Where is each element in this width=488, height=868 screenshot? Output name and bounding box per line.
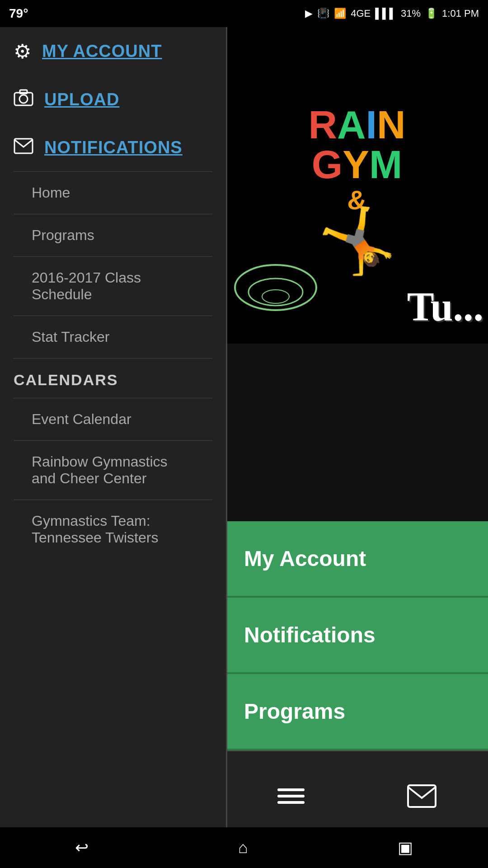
stat-tracker-label: Stat Tracker [32, 329, 110, 345]
network-icon: 4GE [351, 8, 371, 19]
envelope-nav-icon [14, 136, 33, 159]
hamburger-line-1 [277, 788, 305, 791]
sidebar-item-notifications[interactable]: NOTIFICATIONS [0, 123, 226, 171]
right-panel: RAIN GYM & 🤸 Tu... [226, 27, 488, 841]
gymnastics-team-label: Gymnastics Team: Tennessee Twisters [32, 513, 158, 546]
android-nav-bar: ↩ ⌂ ▣ [0, 827, 488, 868]
home-label: Home [32, 184, 70, 201]
svg-rect-2 [20, 90, 27, 94]
programs-button[interactable]: Programs [226, 674, 488, 750]
hamburger-line-2 [277, 795, 305, 797]
programs-btn-label: Programs [244, 699, 345, 723]
sidebar-item-upload[interactable]: UPLOAD [0, 75, 226, 123]
hamburger-line-3 [277, 801, 305, 804]
svg-rect-3 [14, 139, 33, 153]
svg-point-5 [249, 278, 303, 306]
svg-point-1 [19, 95, 28, 103]
rainbow-gym-label: Rainbow Gymnastics and Cheer Center [32, 453, 168, 486]
sidebar-item-rainbow-gym[interactable]: Rainbow Gymnastics and Cheer Center [0, 441, 226, 500]
status-bar: 79° ▶ 📳 📶 4GE ▌▌▌ 31% 🔋 1:01 PM [0, 0, 488, 27]
sidebar-item-class-schedule[interactable]: 2016-2017 Class Schedule [0, 257, 226, 316]
envelope-svg [407, 784, 436, 808]
gear-icon: ⚙ [14, 40, 31, 63]
notifications-label: NOTIFICATIONS [44, 138, 183, 157]
sidebar: ⚙ MY ACCOUNT UPLOAD NOTIFICATIO [0, 27, 226, 841]
sidebar-item-event-calendar[interactable]: Event Calendar [0, 398, 226, 440]
sidebar-item-gymnastics-team[interactable]: Gymnastics Team: Tennessee Twisters [0, 500, 226, 559]
upload-label: UPLOAD [44, 90, 119, 109]
notifications-btn-label: Notifications [244, 623, 375, 647]
vibrate-icon: 📳 [317, 8, 329, 19]
event-calendar-label: Event Calendar [32, 411, 131, 427]
recents-button[interactable]: ▣ [398, 838, 413, 857]
signal-bars: ▌▌▌ [375, 8, 396, 19]
sidebar-item-programs[interactable]: Programs [0, 214, 226, 256]
sidebar-item-my-account[interactable]: ⚙ MY ACCOUNT [0, 27, 226, 75]
panel-divider [226, 27, 227, 827]
calendars-title: CALENDARS [14, 371, 118, 388]
wifi-icon: 📶 [334, 8, 346, 19]
my-account-label: MY ACCOUNT [42, 42, 162, 61]
my-account-button[interactable]: My Account [226, 521, 488, 598]
temperature: 79° [9, 6, 28, 21]
camera-icon [14, 88, 33, 111]
home-button[interactable]: ⌂ [238, 838, 248, 857]
gymnast-figure: 🤸 [318, 216, 397, 266]
clock: 1:01 PM [442, 8, 479, 19]
twisters-text: Tu... [407, 283, 483, 330]
battery-icon: 🔋 [425, 8, 437, 19]
bluetooth-icon: ▶ [305, 8, 313, 19]
svg-point-6 [262, 290, 289, 303]
action-buttons: My Account Notifications Programs [226, 521, 488, 750]
my-account-btn-label: My Account [244, 547, 366, 571]
programs-label: Programs [32, 227, 94, 243]
gym-logo-area: RAIN GYM & 🤸 Tu... [226, 27, 488, 344]
svg-rect-7 [408, 785, 436, 807]
hamburger-menu-icon[interactable] [277, 788, 305, 804]
swirl-decoration [230, 251, 321, 321]
main-container: ⚙ MY ACCOUNT UPLOAD NOTIFICATIO [0, 27, 488, 841]
back-button[interactable]: ↩ [75, 838, 89, 857]
sidebar-item-home[interactable]: Home [0, 172, 226, 214]
hamburger-lines [277, 788, 305, 804]
status-icons: ▶ 📳 📶 4GE ▌▌▌ 31% 🔋 1:01 PM [305, 8, 479, 19]
gym-name-gym: GYM [312, 145, 402, 184]
notifications-button[interactable]: Notifications [226, 598, 488, 674]
battery-percent: 31% [401, 8, 421, 19]
sidebar-item-stat-tracker[interactable]: Stat Tracker [0, 316, 226, 358]
envelope-icon[interactable] [407, 784, 436, 808]
calendars-section-header: CALENDARS [0, 359, 226, 398]
class-schedule-label: 2016-2017 Class Schedule [32, 269, 141, 302]
gym-name-rain: RAIN [308, 105, 405, 145]
